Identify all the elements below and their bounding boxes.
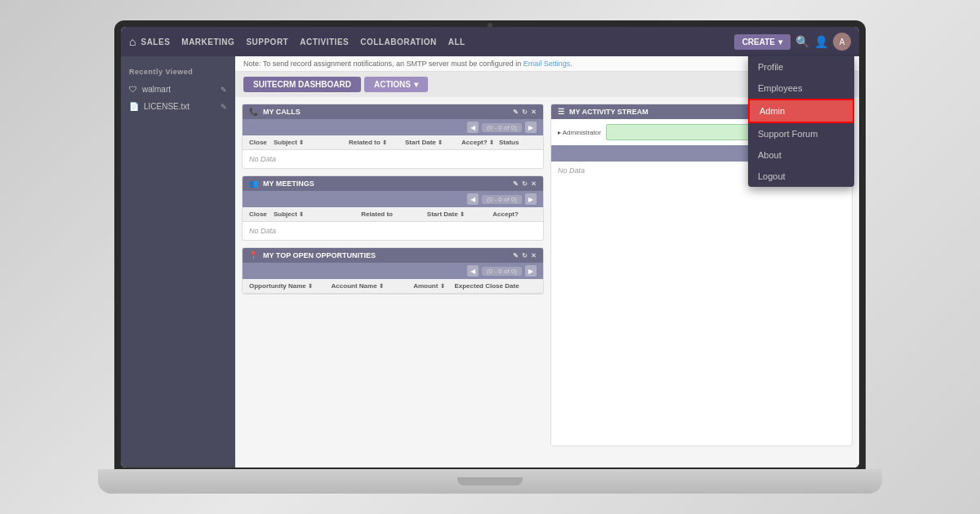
email-settings-link[interactable]: Email Settings [523,60,571,68]
search-icon[interactable]: 🔍 [795,35,809,48]
create-label: CREATE [742,38,775,47]
opp-next-btn[interactable]: ▶ [525,265,537,277]
nav-sales[interactable]: SALES [140,38,170,47]
home-icon[interactable]: ⌂ [129,35,136,48]
opp-close-icon[interactable]: ✕ [531,252,537,259]
calls-col-related[interactable]: Related to ⇕ [349,139,405,146]
notice-text: Note: To send record assignment notifica… [243,60,523,68]
edit-license-icon[interactable]: ✎ [220,103,227,111]
nav-marketing[interactable]: MARKETING [181,38,234,47]
meetings-prev-btn[interactable]: ◀ [467,193,479,205]
calls-pagination: (0 - 0 of 0) [482,123,522,132]
sidebar: ◀ Recently Viewed 🛡 walmart ✎ 📄 LICENSE.… [121,56,235,467]
dropdown-admin[interactable]: Admin [748,99,854,123]
actions-arrow: ▾ [414,80,418,89]
calls-refresh-icon[interactable]: ↻ [522,109,528,116]
calls-table-header: Close Subject ⇕ Related to ⇕ Start Date … [243,135,543,150]
opp-header-actions: ✎ ↻ ✕ [513,252,537,259]
meetings-icon: 👥 [249,179,258,188]
meetings-toolbar: ◀ (0 - 0 of 0) ▶ [243,191,543,207]
avatar[interactable]: A [833,33,851,51]
sidebar-title: Recently Viewed [121,63,235,81]
meetings-widget-header: 👥 MY MEETINGS ✎ ↻ ✕ [243,176,543,191]
meetings-col-date[interactable]: Start Date ⇕ [427,210,493,218]
user-dropdown-menu: Profile Employees Admin Support Forum Ab… [748,56,854,187]
nav-activities[interactable]: ACTIVITIES [300,38,349,47]
avatar-initial: A [840,38,845,47]
nav-right: CREATE ▾ 🔍 👤 A [734,33,851,51]
activity-title: MY ACTIVITY STREAM [569,108,648,116]
bell-icon[interactable]: 👤 [814,35,828,48]
dropdown-logout[interactable]: Logout [748,166,854,187]
calls-edit-icon[interactable]: ✎ [513,109,519,116]
calls-close-icon[interactable]: ✕ [531,109,537,116]
meetings-col-accept: Accept? [492,210,537,218]
opp-edit-icon[interactable]: ✎ [513,252,519,259]
opp-toolbar: ◀ (0 - 0 of 0) ▶ [243,263,543,279]
dropdown-profile[interactable]: Profile [748,56,854,78]
calls-next-btn[interactable]: ▶ [525,122,537,133]
opp-icon: 📍 [249,251,258,259]
tab-suitecrm-dashboard[interactable]: SUITECRM DASHBOARD [243,77,361,92]
opp-col-amount[interactable]: Amount ⇕ [413,282,454,290]
opp-refresh-icon[interactable]: ↻ [522,252,528,259]
dropdown-employees[interactable]: Employees [748,78,854,99]
opp-col-account[interactable]: Account Name ⇕ [332,282,414,290]
opp-pagination: (0 - 0 of 0) [482,267,522,276]
calls-toolbar: ◀ (0 - 0 of 0) ▶ [243,119,543,135]
create-arrow: ▾ [778,38,782,47]
calls-prev-btn[interactable]: ◀ [467,122,479,133]
sidebar-item-walmart[interactable]: 🛡 walmart ✎ [121,81,235,98]
meetings-edit-icon[interactable]: ✎ [513,180,519,188]
opp-col-name[interactable]: Opportunity Name ⇕ [249,282,332,290]
top-nav: ⌂ SALES MARKETING SUPPORT ACTIVITIES COL… [121,27,859,56]
calls-header-actions: ✎ ↻ ✕ [513,109,537,116]
meetings-next-btn[interactable]: ▶ [525,193,537,205]
calls-col-date[interactable]: Start Date ⇕ [405,139,461,146]
activity-icon: ☰ [558,108,564,116]
meetings-refresh-icon[interactable]: ↻ [522,180,528,188]
my-calls-widget: 📞 MY CALLS ✎ ↻ ✕ ◀ [242,104,544,169]
laptop-notch [457,477,523,485]
meetings-pagination: (0 - 0 of 0) [482,195,522,204]
calls-col-subject[interactable]: Subject ⇕ [274,139,349,146]
nav-support[interactable]: SUPPORT [246,38,288,47]
left-column: 📞 MY CALLS ✎ ↻ ✕ ◀ [242,104,544,446]
my-meetings-widget: 👥 MY MEETINGS ✎ ↻ ✕ ◀ [242,175,544,241]
calls-phone-icon: 📞 [249,108,258,116]
activity-user-label: ▸ Administrator [558,129,601,136]
calls-col-close: Close [249,139,274,146]
calls-widget-header: 📞 MY CALLS ✎ ↻ ✕ [243,104,543,119]
opp-title: MY TOP OPEN OPPORTUNITIES [263,251,376,259]
laptop-base [98,469,882,494]
create-button[interactable]: CREATE ▾ [734,34,791,50]
opp-prev-btn[interactable]: ◀ [467,265,479,277]
nav-items: SALES MARKETING SUPPORT ACTIVITIES COLLA… [140,38,733,47]
walmart-icon: 🛡 [129,85,137,94]
meetings-col-close: Close [249,210,274,218]
actions-label: ACTIONS [374,80,411,89]
meetings-close-icon[interactable]: ✕ [531,180,537,188]
meetings-col-subject[interactable]: Subject ⇕ [274,210,361,218]
dropdown-about[interactable]: About [748,144,854,166]
meetings-no-data: No Data [243,222,543,240]
edit-walmart-icon[interactable]: ✎ [220,86,227,94]
sidebar-walmart-label: walmart [142,85,171,94]
meetings-col-related[interactable]: Related to [361,210,427,218]
opportunities-widget: 📍 MY TOP OPEN OPPORTUNITIES ✎ ↻ ✕ [242,247,544,295]
calls-col-status: Status [499,139,537,146]
meetings-title: MY MEETINGS [263,179,314,188]
dropdown-support-forum[interactable]: Support Forum [748,123,854,144]
meetings-table-header: Close Subject ⇕ Related to Start Date ⇕ … [243,207,543,222]
opp-widget-header: 📍 MY TOP OPEN OPPORTUNITIES ✎ ↻ ✕ [243,248,543,263]
opp-table-header: Opportunity Name ⇕ Account Name ⇕ Amount… [243,279,543,294]
calls-col-accept[interactable]: Accept? ⇕ [461,139,499,146]
sidebar-license-label: LICENSE.txt [144,102,189,111]
calls-title: MY CALLS [263,108,301,116]
camera [488,23,492,28]
opp-col-close-date: Expected Close Date [454,282,537,290]
nav-collaboration[interactable]: COLLABORATION [360,38,437,47]
tab-actions[interactable]: ACTIONS ▾ [364,77,428,92]
sidebar-item-license[interactable]: 📄 LICENSE.txt ✎ [121,98,235,115]
nav-all[interactable]: ALL [448,38,466,47]
